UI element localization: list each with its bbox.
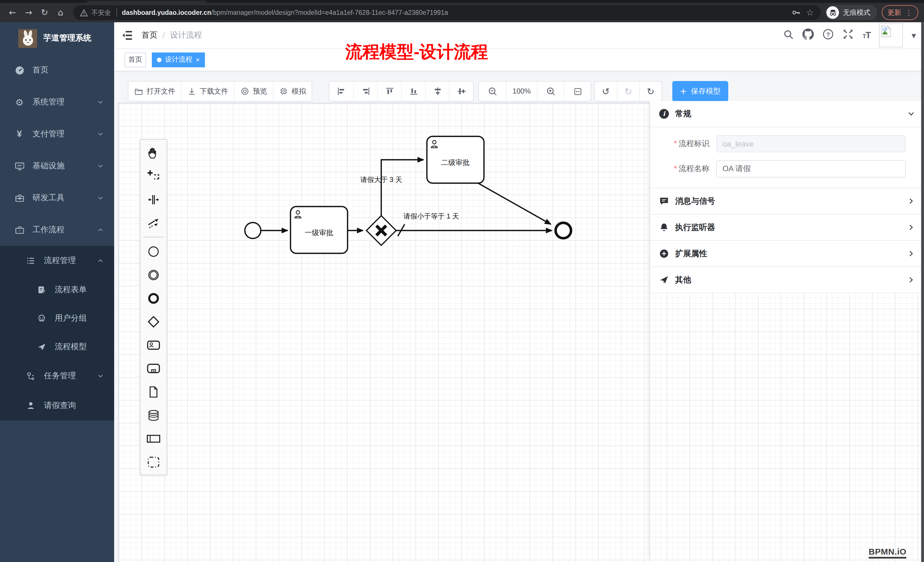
redo-button[interactable]: ↻ bbox=[617, 82, 639, 101]
preview-button[interactable]: 预览 bbox=[234, 82, 273, 101]
browser-update-button[interactable]: 更新 ⋮ bbox=[882, 5, 918, 20]
tab-design-process[interactable]: 设计流程 × bbox=[152, 52, 205, 67]
sidebar-item-workflow[interactable]: 工作流程 bbox=[0, 214, 114, 246]
group-tool-icon[interactable] bbox=[140, 450, 166, 474]
tab-home[interactable]: 首页 bbox=[124, 52, 146, 67]
browser-reload-button[interactable]: ↻ bbox=[38, 6, 51, 19]
user-task-tool-icon[interactable] bbox=[140, 333, 166, 357]
panel-section-execution-listener[interactable]: 执行监听器 bbox=[650, 214, 924, 241]
align-right-button[interactable] bbox=[353, 82, 377, 101]
data-object-tool-icon[interactable] bbox=[140, 380, 166, 403]
zoom-in-button[interactable] bbox=[537, 82, 564, 101]
download-file-button[interactable]: 下载文件 bbox=[181, 82, 234, 101]
avatar[interactable] bbox=[879, 23, 903, 47]
space-tool-icon[interactable] bbox=[140, 188, 166, 211]
condition-label-gt3[interactable]: 请假大于 3 天 bbox=[341, 175, 422, 185]
sidebar-item-home[interactable]: 首页 bbox=[0, 54, 114, 86]
help-icon[interactable]: ? bbox=[823, 28, 834, 42]
align-bottom-button[interactable] bbox=[401, 82, 425, 101]
process-key-label: *流程标识 bbox=[650, 139, 710, 149]
app-logo-rabbit bbox=[18, 29, 37, 48]
undo-button[interactable]: ↺ bbox=[595, 82, 617, 101]
align-left-button[interactable] bbox=[329, 82, 353, 101]
exclusive-gateway[interactable] bbox=[366, 216, 396, 245]
panel-section-other[interactable]: 其他 bbox=[650, 267, 924, 293]
end-event[interactable] bbox=[556, 223, 571, 238]
lasso-tool-icon[interactable] bbox=[140, 164, 166, 188]
restart-button[interactable]: ↻ bbox=[639, 82, 662, 101]
align-horizontal-center-button[interactable] bbox=[449, 82, 473, 101]
intermediate-event-tool-icon[interactable] bbox=[140, 263, 166, 286]
panel-section-extension-props[interactable]: 扩展属性 bbox=[650, 241, 924, 267]
search-icon[interactable] bbox=[783, 29, 794, 42]
end-event-tool-icon[interactable] bbox=[140, 286, 166, 310]
top-navbar: 首页 / 设计流程 ? TT ▼ bbox=[114, 22, 924, 49]
start-event[interactable] bbox=[245, 223, 261, 238]
sidebar-item-task-mgmt[interactable]: 任务管理 bbox=[0, 361, 114, 391]
data-store-tool-icon[interactable] bbox=[140, 403, 166, 427]
zoom-out-button[interactable] bbox=[479, 82, 506, 101]
sidebar-item-system[interactable]: ⚙ 系统管理 bbox=[0, 86, 114, 118]
panel-section-general[interactable]: i 常规 bbox=[650, 101, 924, 127]
key-icon[interactable] bbox=[790, 7, 802, 18]
chevron-up-icon bbox=[97, 257, 104, 264]
user-group-icon bbox=[36, 314, 47, 323]
global-connect-tool-icon[interactable] bbox=[140, 211, 166, 234]
browser-forward-button[interactable]: → bbox=[22, 6, 35, 19]
section-title: 执行监听器 bbox=[675, 222, 715, 232]
hand-tool-icon[interactable] bbox=[140, 141, 166, 164]
app-logo-row[interactable]: 芋道管理系统 bbox=[0, 22, 114, 54]
folder-icon bbox=[134, 87, 143, 96]
browser-menu-icon[interactable]: ⋮ bbox=[905, 8, 913, 17]
task2-label[interactable]: 二级审批 bbox=[427, 139, 484, 186]
window-edge-scrollbar[interactable] bbox=[921, 22, 924, 562]
sidebar-item-payment[interactable]: ¥ 支付管理 bbox=[0, 118, 114, 150]
browser-home-button[interactable]: ⌂ bbox=[54, 6, 68, 19]
fit-viewport-button[interactable] bbox=[564, 82, 591, 101]
app-title: 芋道管理系统 bbox=[44, 33, 92, 43]
process-key-input[interactable] bbox=[716, 135, 906, 152]
open-file-button[interactable]: 打开文件 bbox=[128, 82, 181, 101]
security-label: 不安全 bbox=[92, 8, 111, 17]
flow-gateway-to-task2[interactable] bbox=[381, 160, 423, 216]
github-icon[interactable] bbox=[803, 28, 814, 42]
button-label: 打开文件 bbox=[147, 87, 175, 96]
font-size-icon[interactable]: TT bbox=[862, 30, 871, 40]
close-icon[interactable]: × bbox=[196, 56, 200, 63]
condition-label-le1[interactable]: 请假小于等于 1 天 bbox=[404, 212, 459, 221]
info-icon: i bbox=[659, 109, 669, 119]
breadcrumb-home[interactable]: 首页 bbox=[141, 30, 158, 40]
sidebar-item-user-group[interactable]: 用户分组 bbox=[0, 304, 114, 333]
chevron-down-icon[interactable]: ▼ bbox=[912, 32, 916, 39]
button-label: 保存模型 bbox=[691, 86, 720, 96]
plus-icon: + bbox=[680, 86, 687, 96]
browser-tab[interactable] bbox=[87, 1, 207, 3]
save-model-button[interactable]: + 保存模型 bbox=[672, 81, 728, 102]
sidebar-item-label: 研发工具 bbox=[33, 193, 64, 203]
bookmark-star-icon[interactable]: ☆ bbox=[806, 7, 814, 18]
sidebar-item-devtools[interactable]: 研发工具 bbox=[0, 182, 114, 214]
process-name-input[interactable] bbox=[716, 160, 906, 177]
sidebar-item-infra[interactable]: 基础设施 bbox=[0, 150, 114, 182]
simulate-button[interactable]: 模拟 bbox=[273, 82, 312, 101]
align-vertical-center-button[interactable] bbox=[425, 82, 449, 101]
gateway-tool-icon[interactable] bbox=[140, 310, 166, 333]
sidebar-item-label: 流程管理 bbox=[44, 256, 76, 266]
section-title: 其他 bbox=[675, 275, 691, 285]
sidebar-item-process-model[interactable]: 流程模型 bbox=[0, 333, 114, 361]
task1-label[interactable]: 一级审批 bbox=[291, 210, 348, 256]
sidebar-item-leave-query[interactable]: 请假查询 bbox=[0, 391, 114, 421]
chevron-right-icon bbox=[908, 276, 915, 283]
browser-back-button[interactable]: ← bbox=[6, 6, 20, 19]
participant-pool-tool-icon[interactable] bbox=[140, 427, 166, 450]
form-icon bbox=[36, 285, 47, 294]
sidebar-item-process-mgmt[interactable]: 流程管理 bbox=[0, 246, 114, 276]
sidebar-collapse-icon[interactable] bbox=[121, 29, 134, 44]
browser-address-bar[interactable]: 不安全 dashboard.yudao.iocoder.cn/bpm/manag… bbox=[73, 5, 821, 20]
sidebar-item-process-form[interactable]: 流程表单 bbox=[0, 276, 114, 304]
panel-section-message-signal[interactable]: 消息与信号 bbox=[650, 188, 924, 214]
fullscreen-icon[interactable] bbox=[843, 28, 854, 42]
start-event-tool-icon[interactable] bbox=[140, 240, 166, 263]
subprocess-tool-icon[interactable] bbox=[140, 357, 166, 380]
align-top-button[interactable] bbox=[377, 82, 401, 101]
